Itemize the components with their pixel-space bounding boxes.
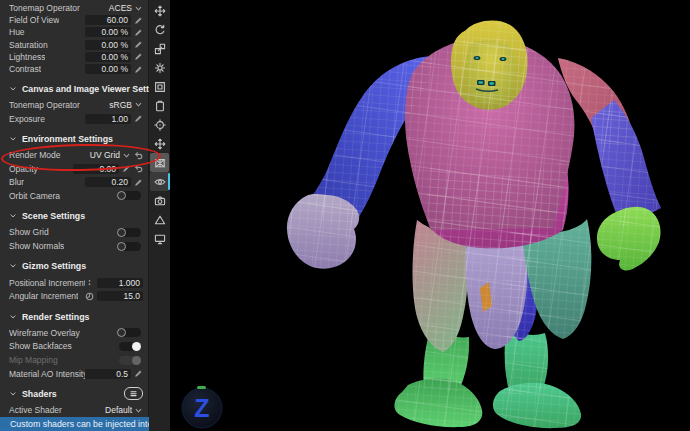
toolbar-item-focus-target[interactable] bbox=[150, 115, 169, 134]
viewport: Z bbox=[170, 0, 690, 431]
chevron-down-icon bbox=[9, 262, 17, 270]
toolbar-item-monitor[interactable] bbox=[150, 229, 169, 248]
setting-row-wireframe-overlay: Wireframe Overlay bbox=[0, 326, 148, 340]
viewport-3d[interactable]: Z bbox=[170, 0, 690, 431]
chevron-down-icon bbox=[9, 212, 17, 220]
toggle-show-normals[interactable] bbox=[119, 242, 141, 251]
setting-label: Wireframe Overlay bbox=[9, 328, 80, 338]
setting-row-mip-mapping: Mip Mapping bbox=[0, 353, 148, 367]
setting-label: Exposure bbox=[9, 114, 45, 124]
move-icon bbox=[154, 138, 166, 150]
dropdown-tonemap-operator[interactable]: sRGB bbox=[109, 100, 143, 110]
dropdown-render-mode[interactable]: UV Grid bbox=[90, 150, 131, 160]
toolbar-item-clipboard[interactable] bbox=[150, 96, 169, 115]
setting-row-material-ao-intensity: Material AO Intensity0.5 bbox=[0, 367, 148, 381]
toggle-show-backfaces[interactable] bbox=[119, 342, 141, 351]
section-header-scene-settings[interactable]: Scene Settings bbox=[0, 209, 148, 224]
pencil-icon[interactable] bbox=[134, 114, 143, 123]
setting-row-active-shader: Active ShaderDefault bbox=[0, 403, 148, 417]
setting-row-blur: Blur0.20 bbox=[0, 176, 148, 190]
toolbar-item-camera[interactable] bbox=[150, 191, 169, 210]
toolbar-item-eye[interactable] bbox=[150, 172, 169, 191]
value-field-opacity[interactable]: 0.00 bbox=[73, 164, 119, 174]
setting-row-angular-increment: Angular Increment15.0 bbox=[0, 289, 148, 303]
vertical-toolbar bbox=[149, 0, 170, 431]
caret-down-icon bbox=[122, 151, 131, 160]
shader-menu-button[interactable] bbox=[124, 387, 143, 400]
toolbar-item-gear[interactable] bbox=[150, 58, 169, 77]
section-title: Scene Settings bbox=[22, 211, 85, 221]
value-field-saturation[interactable]: 0.00 % bbox=[85, 40, 131, 50]
reset-icon[interactable] bbox=[134, 164, 143, 173]
setting-label: Show Grid bbox=[9, 227, 49, 237]
pencil-icon[interactable] bbox=[134, 40, 143, 49]
toggle-show-grid[interactable] bbox=[119, 228, 141, 237]
translate-icon bbox=[154, 5, 166, 17]
toggle-wireframe-overlay[interactable] bbox=[119, 328, 141, 337]
setting-label: Show Backfaces bbox=[9, 341, 72, 351]
value-field-material-ao-intensity[interactable]: 0.5 bbox=[85, 369, 131, 379]
field-value: 0.20 bbox=[111, 177, 128, 187]
toolbar-item-frame[interactable] bbox=[150, 77, 169, 96]
value-field-field-of-view[interactable]: 60.00 bbox=[85, 15, 131, 25]
toolbar-item-move[interactable] bbox=[150, 134, 169, 153]
setting-label: Opacity bbox=[9, 164, 38, 174]
menu-icon bbox=[129, 389, 138, 398]
field-value: 1.00 bbox=[111, 114, 128, 124]
toolbar-item-translate[interactable] bbox=[150, 1, 169, 20]
section-title: Environment Settings bbox=[22, 134, 113, 144]
chevron-down-icon bbox=[9, 313, 17, 321]
setting-label: Positional Increment bbox=[9, 278, 85, 288]
field-value: 0.00 % bbox=[102, 40, 128, 50]
section-header-shaders[interactable]: Shaders bbox=[0, 386, 148, 401]
toggle-orbit-camera[interactable] bbox=[119, 191, 141, 200]
setting-row-hue: Hue0.00 % bbox=[0, 26, 148, 38]
pencil-icon[interactable] bbox=[134, 16, 143, 25]
pencil-icon[interactable] bbox=[122, 164, 131, 173]
setting-row-show-grid: Show Grid bbox=[0, 226, 148, 240]
toolbar-item-triangle[interactable] bbox=[150, 210, 169, 229]
logo-letter: Z bbox=[194, 394, 209, 422]
triangle-icon bbox=[154, 214, 166, 226]
value-field-positional-increment[interactable]: 1.000 bbox=[97, 278, 143, 288]
reset-icon[interactable] bbox=[134, 151, 143, 160]
caret-down-icon bbox=[134, 100, 143, 109]
value-field-exposure[interactable]: 1.00 bbox=[85, 114, 131, 124]
value-field-contrast[interactable]: 0.00 % bbox=[85, 64, 131, 74]
setting-row-saturation: Saturation0.00 % bbox=[0, 39, 148, 51]
section-title: Canvas and Image Viewer Settings bbox=[22, 84, 167, 94]
setting-label: Tonemap Operator bbox=[9, 100, 80, 110]
chevron-down-icon bbox=[9, 135, 17, 143]
toolbar-item-scale[interactable] bbox=[150, 39, 169, 58]
section-title: Shaders bbox=[22, 389, 57, 399]
section-header-environment-settings[interactable]: Environment Settings bbox=[0, 131, 148, 146]
pencil-icon[interactable] bbox=[134, 369, 143, 378]
camera-icon bbox=[154, 195, 166, 207]
setting-row-contrast: Contrast0.00 % bbox=[0, 63, 148, 75]
setting-label: Saturation bbox=[9, 40, 48, 50]
toolbar-item-uv-grid[interactable] bbox=[150, 153, 169, 172]
monitor-icon bbox=[154, 233, 166, 245]
scale-icon bbox=[154, 43, 166, 55]
section-header-render-settings[interactable]: Render Settings bbox=[0, 309, 148, 324]
pencil-icon[interactable] bbox=[134, 28, 143, 37]
value-field-lightness[interactable]: 0.00 % bbox=[85, 52, 131, 62]
field-value: 0.00 % bbox=[102, 52, 128, 62]
settings-panel: Tonemap OperatorACESField Of View60.00Hu… bbox=[0, 0, 149, 431]
pencil-icon[interactable] bbox=[134, 65, 143, 74]
dropdown-value: Default bbox=[105, 405, 132, 415]
section-header-gizmo-settings[interactable]: Gizmo Settings bbox=[0, 259, 148, 274]
pencil-icon[interactable] bbox=[134, 52, 143, 61]
value-field-blur[interactable]: 0.20 bbox=[85, 177, 131, 187]
toolbar-item-rotate[interactable] bbox=[150, 20, 169, 39]
value-field-hue[interactable]: 0.00 % bbox=[85, 27, 131, 37]
toggle-mip-mapping[interactable] bbox=[119, 356, 141, 365]
field-value: 0.00 bbox=[99, 164, 116, 174]
setting-label: Lightness bbox=[9, 52, 45, 62]
setting-row-tonemap-operator: Tonemap OperatorACES bbox=[0, 2, 148, 14]
section-header-canvas-and-image-viewer-settings[interactable]: Canvas and Image Viewer Settings bbox=[0, 81, 148, 96]
pencil-icon[interactable] bbox=[134, 178, 143, 187]
value-field-angular-increment[interactable]: 15.0 bbox=[97, 291, 143, 301]
dropdown-tonemap-operator[interactable]: ACES bbox=[109, 3, 143, 13]
dropdown-active-shader[interactable]: Default bbox=[105, 405, 143, 415]
